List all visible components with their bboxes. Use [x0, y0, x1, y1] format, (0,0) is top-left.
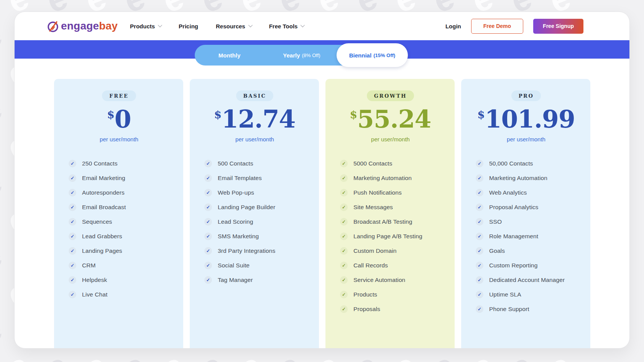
feature-label: Custom Reporting — [489, 262, 538, 269]
feature-label: Lead Grabbers — [82, 233, 122, 240]
feature-label: Email Templates — [218, 175, 262, 182]
check-icon: ✓ — [476, 203, 483, 211]
check-icon: ✓ — [204, 262, 212, 269]
check-icon: ✓ — [204, 174, 212, 182]
check-icon: ✓ — [476, 305, 483, 313]
chevron-down-icon — [301, 23, 305, 27]
feature-row: ✓Products — [340, 290, 441, 299]
check-icon: ✓ — [69, 291, 76, 298]
free-signup-button[interactable]: Free Signup — [533, 19, 583, 34]
feature-label: Landing Pages — [82, 247, 122, 254]
currency-symbol: $ — [214, 110, 222, 131]
feature-label: Web Pop-ups — [218, 189, 254, 196]
feature-row: ✓Site Messages — [340, 203, 441, 211]
toggle-option-suffix: (8% Off) — [302, 52, 320, 58]
check-icon: ✓ — [476, 291, 483, 298]
check-icon: ✓ — [340, 218, 348, 226]
feature-label: Marketing Automation — [489, 175, 547, 182]
feature-row: ✓Autoresponders — [69, 188, 169, 197]
plan-name-badge: BASIC — [236, 90, 274, 101]
feature-row: ✓Service Automation — [340, 276, 441, 284]
feature-list: ✓250 Contacts✓Email Marketing✓Autorespon… — [69, 159, 169, 305]
feature-label: Live Chat — [82, 291, 107, 298]
engagebay-logo-icon — [46, 19, 60, 33]
engagebay-logo[interactable]: engagebay — [46, 19, 118, 33]
feature-row: ✓Proposal Analytics — [476, 203, 577, 211]
feature-row: ✓Call Records — [340, 261, 441, 270]
feature-row: ✓Lead Scoring — [204, 218, 305, 226]
feature-label: Email Marketing — [82, 175, 125, 182]
feature-row: ✓Sequences — [69, 218, 169, 226]
check-icon: ✓ — [69, 160, 76, 167]
feature-row: ✓SMS Marketing — [204, 232, 305, 241]
nav-item-resources[interactable]: Resources — [216, 23, 251, 29]
feature-row: ✓Proposals — [340, 305, 441, 313]
header: engagebay Products Pricing Resources Fre… — [15, 12, 629, 40]
feature-label: Web Analytics — [489, 189, 527, 196]
feature-row: ✓500 Contacts — [204, 159, 305, 168]
feature-label: Phone Support — [489, 306, 529, 313]
check-icon: ✓ — [476, 174, 483, 182]
toggle-option-suffix: (15% Off) — [373, 52, 395, 58]
feature-label: 3rd Party Integrations — [218, 247, 275, 254]
currency-symbol: $ — [107, 110, 114, 131]
check-icon: ✓ — [69, 276, 76, 284]
login-link[interactable]: Login — [445, 23, 461, 29]
feature-row: ✓Tag Manager — [204, 276, 305, 284]
feature-row: ✓CRM — [69, 261, 169, 270]
check-icon: ✓ — [204, 160, 212, 167]
check-icon: ✓ — [340, 247, 348, 255]
nav-item-free-tools[interactable]: Free Tools — [269, 23, 304, 29]
feature-row: ✓Role Management — [476, 232, 577, 241]
per-user-label: per user/month — [507, 136, 545, 143]
feature-row: ✓Web Analytics — [476, 188, 577, 197]
nav-item-products[interactable]: Products — [130, 23, 161, 29]
feature-label: 500 Contacts — [218, 160, 253, 167]
feature-label: Helpdesk — [82, 277, 107, 283]
feature-label: Uptime SLA — [489, 291, 521, 298]
nav-label: Pricing — [179, 23, 198, 29]
toggle-option-monthly[interactable]: Monthly — [195, 45, 266, 66]
feature-row: ✓50,000 Contacts — [476, 159, 577, 168]
feature-row: ✓5000 Contacts — [340, 159, 441, 168]
feature-row: ✓Phone Support — [476, 305, 577, 313]
feature-label: Custom Domain — [353, 247, 396, 254]
feature-label: CRM — [82, 262, 96, 269]
feature-label: Email Broadcast — [82, 204, 126, 211]
feature-row: ✓3rd Party Integrations — [204, 247, 305, 255]
free-demo-button[interactable]: Free Demo — [471, 19, 523, 34]
toggle-option-biennial[interactable]: Biennial (15% Off) — [337, 43, 408, 67]
check-icon: ✓ — [340, 276, 348, 284]
toggle-option-label: Yearly — [283, 52, 300, 59]
check-icon: ✓ — [340, 203, 348, 211]
toggle-option-yearly[interactable]: Yearly (8% Off) — [266, 45, 337, 66]
feature-list: ✓500 Contacts✓Email Templates✓Web Pop-up… — [204, 159, 305, 290]
feature-label: Social Suite — [218, 262, 250, 269]
feature-label: 50,000 Contacts — [489, 160, 533, 167]
chevron-down-icon — [248, 23, 252, 27]
feature-row: ✓Email Templates — [204, 174, 305, 182]
feature-row: ✓Helpdesk — [69, 276, 169, 284]
feature-row: ✓Lead Grabbers — [69, 232, 169, 241]
nav-label: Free Tools — [269, 23, 298, 29]
feature-label: Goals — [489, 247, 505, 254]
plan-card-free: FREE $ 0 per user/month ✓250 Contacts✓Em… — [54, 79, 183, 349]
nav-label: Products — [130, 23, 155, 29]
feature-row: ✓Custom Domain — [340, 247, 441, 255]
feature-row: ✓Dedicated Account Manager — [476, 276, 577, 284]
feature-row: ✓Social Suite — [204, 261, 305, 270]
check-icon: ✓ — [476, 247, 483, 255]
per-user-label: per user/month — [235, 136, 274, 143]
check-icon: ✓ — [204, 189, 212, 197]
price-amount: 55.24 — [357, 107, 431, 131]
feature-row: ✓250 Contacts — [69, 159, 169, 168]
check-icon: ✓ — [69, 218, 76, 226]
feature-row: ✓SSO — [476, 218, 577, 226]
nav-item-pricing[interactable]: Pricing — [179, 23, 198, 29]
pricing-plans: FREE $ 0 per user/month ✓250 Contacts✓Em… — [54, 79, 590, 349]
feature-label: SMS Marketing — [218, 233, 259, 240]
feature-list: ✓5000 Contacts✓Marketing Automation✓Push… — [340, 159, 441, 319]
currency-symbol: $ — [477, 110, 485, 131]
logo-text-bay: bay — [99, 20, 118, 32]
feature-row: ✓Marketing Automation — [340, 174, 441, 182]
